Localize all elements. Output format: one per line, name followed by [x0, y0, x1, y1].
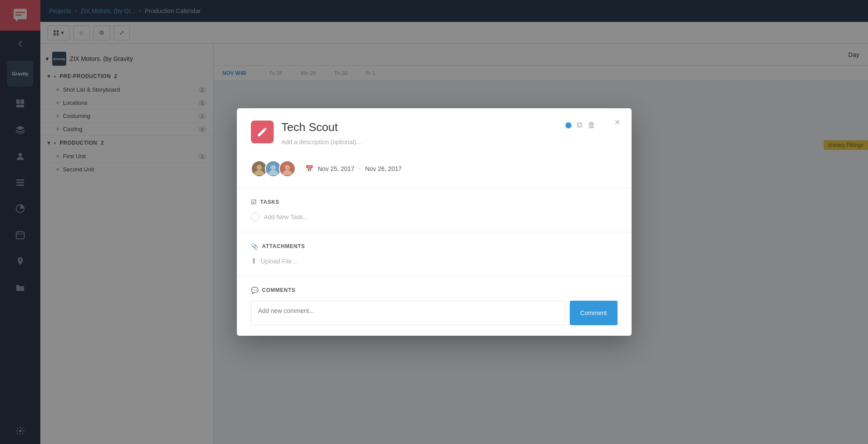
modal-header: Tech Scout Add a description (optional).… — [237, 108, 632, 160]
comments-section: 💬 COMMENTS Comment — [237, 276, 632, 336]
modal-title: Tech Scout — [282, 121, 565, 134]
status-dot[interactable] — [565, 122, 572, 128]
tasks-section: ☑ TASKS Add New Task... — [237, 188, 632, 232]
comment-input[interactable] — [251, 301, 565, 325]
svg-point-21 — [257, 165, 262, 170]
comment-bubble-icon: 💬 — [251, 287, 259, 294]
avatar-3 — [279, 160, 296, 177]
date-dash: - — [359, 165, 361, 172]
svg-point-25 — [285, 165, 290, 170]
avatar-3-image — [280, 161, 295, 176]
pencil-icon — [257, 126, 268, 138]
end-date: Nov 26, 2017 — [365, 165, 401, 172]
modal-title-area: Tech Scout Add a description (optional).… — [282, 121, 565, 152]
modal-overlay[interactable]: × Tech Scout Add a description (optional… — [0, 0, 868, 444]
comment-submit-btn[interactable]: Comment — [570, 301, 618, 325]
app-wrapper: Gravity Project — [0, 0, 868, 444]
add-task-label: Add New Task... — [264, 213, 308, 220]
upload-row[interactable]: ⬆ Upload File... — [251, 257, 618, 265]
upload-label: Upload File... — [261, 258, 297, 265]
modal-close-button[interactable]: × — [611, 115, 625, 129]
modal-description-placeholder[interactable]: Add a description (optional)... — [282, 139, 565, 146]
avatar-2-image — [266, 161, 281, 176]
modal-header-actions: ⧉ 🗑 — [565, 121, 596, 130]
copy-icon[interactable]: ⧉ — [577, 121, 582, 130]
tasks-icon: ☑ — [251, 199, 257, 206]
attachments-section: 📎 ATTACHMENTS ⬆ Upload File... — [237, 232, 632, 276]
start-date: Nov 25, 2017 — [318, 165, 354, 172]
attachments-title: 📎 ATTACHMENTS — [251, 243, 618, 250]
calendar-icon: 📅 — [305, 165, 314, 173]
modal-icon — [251, 121, 274, 143]
add-task-row[interactable]: Add New Task... — [251, 213, 618, 221]
avatar-1-image — [252, 161, 267, 176]
tasks-title: ☑ TASKS — [251, 199, 618, 206]
date-range: 📅 Nov 25, 2017 - Nov 26, 2017 — [305, 165, 402, 173]
delete-icon[interactable]: 🗑 — [588, 121, 596, 130]
modal-dialog: × Tech Scout Add a description (optional… — [237, 108, 632, 336]
comment-input-row: Comment — [251, 301, 618, 325]
avatars — [251, 160, 293, 177]
task-circle — [251, 213, 260, 221]
paperclip-icon: 📎 — [251, 243, 259, 250]
svg-point-23 — [271, 165, 276, 170]
modal-meta: 📅 Nov 25, 2017 - Nov 26, 2017 — [237, 160, 632, 188]
upload-icon: ⬆ — [251, 257, 257, 265]
comments-title: 💬 COMMENTS — [251, 287, 618, 294]
